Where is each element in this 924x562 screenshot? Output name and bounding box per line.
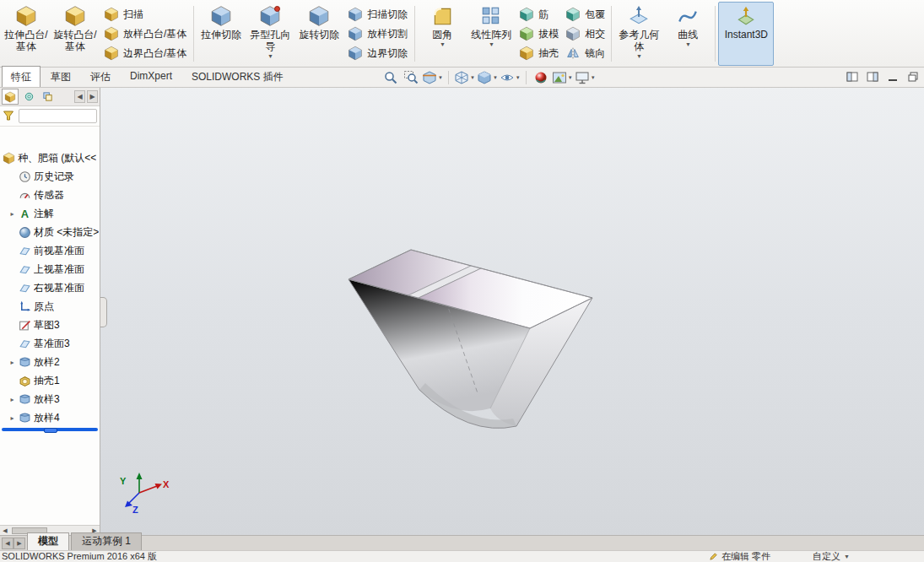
revolved-cut-button[interactable]: 旋转切除 [294,2,343,66]
loft-icon [19,412,31,424]
status-editing-label: 在编辑 零件 [721,550,770,562]
tree-item-plane3[interactable]: 基准面3 [0,334,100,353]
manager-tabs-scroll-left-button[interactable]: ◀ [74,90,85,103]
expander-icon[interactable]: ▸ [8,396,16,403]
ribbon-separator [715,6,716,62]
origin-icon [19,300,31,313]
status-custom-dropdown[interactable]: 自定义 ▼ [813,550,850,562]
tab-motion-study-1[interactable]: 运动算例 1 [71,532,142,550]
swept-boss-button[interactable]: 扫描 [104,6,186,23]
dropdown-caret-icon: ▼ [267,53,273,59]
tree-item-shell1[interactable]: 抽壳1 [0,371,100,390]
manager-tabs-scroll-right-button[interactable]: ▶ [87,90,98,103]
zoom-to-area-button[interactable] [402,68,420,86]
tab-dimxpert[interactable]: DimXpert [121,66,181,87]
hide-show-items-button[interactable]: ▼ [500,68,521,86]
tab-sketch[interactable]: 草图 [41,66,80,87]
editing-pencil-icon [709,552,718,561]
wrap-intersect-mirror-column: 包覆 相交 镜向 [562,2,608,66]
extruded-cut-button[interactable]: 拉伸切除 [197,2,246,66]
graphics-viewport[interactable]: Y X Z [100,88,924,535]
view-settings-button[interactable]: ▼ [575,68,596,86]
restore-window-icon[interactable] [905,70,920,84]
shell-button[interactable]: 抽壳 [519,45,559,62]
tree-item-history[interactable]: 历史记录 [0,167,100,186]
tree-item-annotations[interactable]: ▸ A 注解 [0,204,100,223]
configurationmanager-tab[interactable] [39,89,56,105]
mirror-button[interactable]: 镜向 [565,45,605,62]
hole-wizard-button[interactable]: 异型孔向导 ▼ [246,2,294,66]
draft-button[interactable]: 拔模 [519,25,559,42]
view-orientation-button[interactable]: ▼ [454,68,475,86]
dropdown-caret-icon: ▼ [568,75,573,80]
tree-item-loft2[interactable]: ▸ 放样2 [0,353,100,371]
swept-cut-button[interactable]: 扫描切除 [348,6,408,23]
tree-item-part[interactable]: 种、肥箱 (默认<< [0,149,100,167]
extruded-boss-icon [15,5,37,27]
instant3d-button[interactable]: Instant3D [718,2,774,66]
scroll-left-button[interactable]: ◀ [0,526,10,536]
triad-y-label: Y [120,476,126,486]
dropdown-caret-icon: ▼ [591,75,596,80]
tab-model[interactable]: 模型 [27,532,69,550]
dropdown-caret-icon: ▼ [470,75,475,80]
model-tabs-scroll-right-button[interactable]: ▶ [14,538,25,549]
display-style-button[interactable]: ▼ [477,68,498,86]
lofted-boss-icon [104,26,119,41]
intersect-button[interactable]: 相交 [565,25,605,42]
section-view-button[interactable]: ▼ [422,68,443,86]
tree-item-top-plane[interactable]: 上视基准面 [0,260,100,278]
lofted-cut-icon [348,26,363,41]
boundary-cut-button[interactable]: 边界切除 [348,45,408,62]
tree-item-loft3[interactable]: ▸ 放样3 [0,390,100,408]
dropdown-caret-icon: ▼ [516,75,521,80]
rib-button[interactable]: 筋 [519,6,559,23]
expander-icon[interactable]: ▸ [8,210,16,218]
revolved-boss-button[interactable]: 旋转凸台/基体 [51,2,100,66]
hopper-model-3d[interactable] [100,88,924,535]
extruded-boss-button[interactable]: 拉伸凸台/基体 [2,2,51,66]
apply-scene-button[interactable]: ▼ [552,68,573,86]
featuremanager-tab[interactable] [2,89,19,105]
collapse-pane-left-button[interactable] [845,70,859,84]
expander-icon[interactable]: ▸ [8,359,16,366]
lofted-boss-button[interactable]: 放样凸台/基体 [104,25,186,42]
propertymanager-tab[interactable] [20,89,37,105]
zoom-to-fit-button[interactable] [381,68,400,86]
tab-solidworks-addins[interactable]: SOLIDWORKS 插件 [182,66,293,87]
history-icon [19,170,31,183]
tree-item-sensors[interactable]: 传感器 [0,186,100,204]
curves-button[interactable]: 曲线 ▼ [663,2,712,66]
minimize-icon[interactable] [885,70,900,84]
command-manager-ribbon: 拉伸凸台/基体 旋转凸台/基体 扫描 放样凸台/基体 边界凸台/基体 拉伸切除 [0,0,924,68]
collapse-pane-right-button[interactable] [865,70,879,84]
revolved-cut-icon [308,5,330,27]
loft-icon [19,356,31,369]
tree-item-front-plane[interactable]: 前视基准面 [0,241,100,260]
expander-icon[interactable]: ▸ [8,414,16,422]
model-tabs-scroll-left-button[interactable]: ◀ [2,538,14,549]
tree-filter-input[interactable] [19,109,97,123]
tab-evaluate[interactable]: 评估 [81,66,120,87]
tree-item-origin[interactable]: 原点 [0,297,100,316]
lofted-cut-button[interactable]: 放样切割 [348,25,408,42]
tree-item-right-plane[interactable]: 右视基准面 [0,278,100,297]
hole-wizard-icon [259,5,281,27]
panel-splitter-handle[interactable] [100,297,107,327]
fillet-button[interactable]: 圆角 ▼ [418,2,467,66]
reference-geometry-icon [628,5,650,27]
edit-appearance-button[interactable] [532,68,550,86]
wrap-button[interactable]: 包覆 [565,6,605,23]
tree-item-material[interactable]: 材质 <未指定> [0,223,100,241]
shell-feature-icon [19,375,31,387]
feature-manager-panel: ◀ ▶ 种、肥箱 (默认<< 历史记录 [0,88,100,535]
linear-pattern-button[interactable]: 线性阵列 ▼ [467,2,516,66]
propertymanager-icon [24,91,35,102]
tab-features[interactable]: 特征 [2,66,41,87]
boundary-boss-button[interactable]: 边界凸台/基体 [104,45,186,62]
status-editing: 在编辑 零件 [709,550,770,562]
tree-item-sketch3[interactable]: 草图3 [0,316,100,334]
tree-item-loft4[interactable]: ▸ 放样4 [0,408,100,427]
reference-geometry-button[interactable]: 参考几何体 ▼ [614,2,663,66]
rollback-bar[interactable] [2,428,98,431]
